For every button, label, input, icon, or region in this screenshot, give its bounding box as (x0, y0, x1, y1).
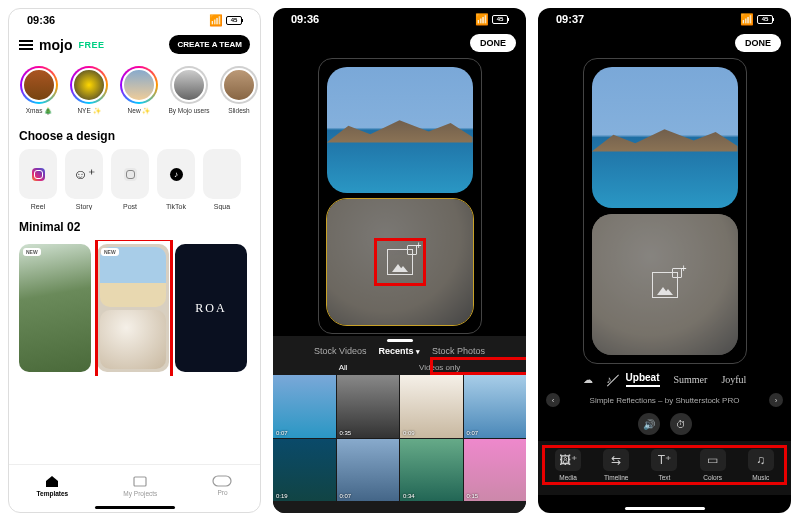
template-3[interactable]: ROA (175, 244, 247, 372)
bottom-tabbar: Templates My Projects Pro (9, 464, 260, 512)
template-1[interactable]: NEW (19, 244, 91, 372)
done-button[interactable]: DONE (735, 34, 781, 52)
timeline-icon: ⇆ (603, 449, 629, 471)
create-team-button[interactable]: CREATE A TEAM (169, 35, 250, 54)
tool-media[interactable]: 🖼⁺Media (555, 449, 581, 481)
edit-canvas: + (318, 58, 482, 334)
tab-stock-photos[interactable]: Stock Photos (432, 346, 485, 356)
story-rail: Xmas 🎄 NYE ✨ New ✨ By Mojo users Slidesh (9, 62, 260, 119)
new-badge: NEW (101, 248, 119, 256)
status-bar: 09:36 📶 45 (273, 8, 526, 30)
volume-button[interactable]: 🔊 (638, 413, 660, 435)
done-button[interactable]: DONE (470, 34, 516, 52)
pro-icon (212, 475, 232, 487)
design-reel[interactable]: Reel (19, 149, 57, 210)
tab-pro[interactable]: Pro (212, 475, 232, 496)
section-heading: Minimal 02 (9, 210, 260, 240)
tiktok-icon: ♪ (170, 168, 183, 181)
design-story[interactable]: ☺︎⁺Story (65, 149, 103, 210)
media-cell[interactable]: 0:07 (337, 439, 400, 502)
canvas-slot-2[interactable]: + (592, 214, 738, 355)
media-cell[interactable]: 0:15 (464, 439, 527, 502)
battery-icon: 45 (492, 15, 508, 24)
media-cell[interactable]: 0:35 (337, 375, 400, 438)
design-tiktok[interactable]: ♪TikTok (157, 149, 195, 210)
home-indicator (95, 506, 175, 509)
canvas-slot-1[interactable] (592, 67, 738, 208)
music-icon: ♫ (748, 449, 774, 471)
home-indicator (625, 507, 705, 510)
status-bar: 09:37 📶 45 (538, 8, 791, 30)
seg-all[interactable]: All (339, 363, 348, 372)
story-new[interactable]: New ✨ (119, 66, 159, 115)
tab-projects[interactable]: My Projects (123, 474, 157, 497)
media-cell[interactable]: 0:07 (273, 375, 336, 438)
add-media-icon[interactable]: + (387, 249, 413, 275)
seg-videos-only[interactable]: Videos only (419, 363, 460, 372)
colors-icon: ▭ (700, 449, 726, 471)
story-slideshow[interactable]: Slidesh (219, 66, 259, 115)
new-badge: NEW (23, 248, 41, 256)
tab-recents[interactable]: Recents ▾ (378, 346, 420, 356)
prev-track-button[interactable]: ‹ (546, 393, 560, 407)
home-icon (44, 474, 60, 488)
screen-editor-tools: 09:37 📶 45 DONE + ☁ ♪ Upbeat Summer Joyf… (538, 8, 791, 513)
clock: 09:36 (27, 14, 55, 26)
track-title: Simple Reflections – by Shutterstock PRO (566, 396, 763, 405)
story-xmas[interactable]: Xmas 🎄 (19, 66, 59, 115)
template-2[interactable]: NEW (97, 244, 169, 372)
tab-stock-videos[interactable]: Stock Videos (314, 346, 366, 356)
battery-icon: 45 (757, 15, 773, 24)
free-badge: FREE (78, 40, 104, 50)
clock: 09:37 (556, 13, 584, 25)
template-rail: NEW NEW ROA (9, 240, 260, 376)
picker-source-tabs: Stock Videos Recents ▾ Stock Photos (273, 342, 526, 360)
projects-icon (132, 474, 148, 488)
media-cell[interactable]: 0:34 (400, 439, 463, 502)
design-post[interactable]: Post (111, 149, 149, 210)
text-icon: T⁺ (651, 449, 677, 471)
tool-colors[interactable]: ▭Colors (700, 449, 726, 481)
media-cell[interactable]: 0:19 (273, 439, 336, 502)
choose-design-heading: Choose a design (9, 119, 260, 149)
canvas-slot-2[interactable]: + (327, 199, 473, 325)
media-grid: 0:07 0:35 0:09 0:07 0:19 0:07 0:34 0:15 (273, 375, 526, 501)
instagram-icon (32, 168, 45, 181)
svg-rect-0 (134, 477, 146, 486)
edit-canvas: + (583, 58, 747, 364)
music-off-icon[interactable]: ♪ (607, 374, 612, 385)
editor-toolbar: 🖼⁺Media ⇆Timeline T⁺Text ▭Colors ♫Music (538, 441, 791, 495)
signal-icon: 📶 (209, 14, 223, 27)
screen-media-picker: 09:36 📶 45 DONE + Stock Videos Recents ▾… (273, 8, 526, 513)
status-bar: 09:36 📶 45 (9, 9, 260, 31)
cloud-download-icon[interactable]: ☁ (583, 374, 593, 385)
picker-filter-seg: All Videos only (273, 360, 526, 375)
tool-text[interactable]: T⁺Text (651, 449, 677, 481)
media-cell[interactable]: 0:07 (464, 375, 527, 438)
tool-music[interactable]: ♫Music (748, 449, 774, 481)
mood-summer[interactable]: Summer (674, 374, 708, 385)
track-row: ‹ Simple Reflections – by Shutterstock P… (538, 389, 791, 411)
music-mood-tabs: ☁ ♪ Upbeat Summer Joyful (538, 366, 791, 389)
add-media-icon[interactable]: + (652, 272, 678, 298)
tool-timeline[interactable]: ⇆Timeline (603, 449, 629, 481)
mood-joyful[interactable]: Joyful (721, 374, 746, 385)
mood-upbeat[interactable]: Upbeat (626, 372, 660, 387)
brand-logo: mojo (39, 37, 72, 53)
story-nye[interactable]: NYE ✨ (69, 66, 109, 115)
media-cell[interactable]: 0:09 (400, 375, 463, 438)
chevron-down-icon: ▾ (416, 348, 420, 355)
next-track-button[interactable]: › (769, 393, 783, 407)
tab-templates[interactable]: Templates (37, 474, 69, 497)
screen-templates: 09:36 📶 45 mojo FREE CREATE A TEAM Xmas … (8, 8, 261, 513)
signal-icon: 📶 (475, 13, 489, 26)
design-rail: Reel ☺︎⁺Story Post ♪TikTok Squa (9, 149, 260, 210)
battery-icon: 45 (226, 16, 242, 25)
menu-icon[interactable] (19, 40, 33, 50)
story-byusers[interactable]: By Mojo users (169, 66, 209, 115)
timer-button[interactable]: ⏱ (670, 413, 692, 435)
canvas-slot-1[interactable] (327, 67, 473, 193)
clock: 09:36 (291, 13, 319, 25)
design-square[interactable]: Squa (203, 149, 241, 210)
audio-controls: 🔊 ⏱ (538, 411, 791, 441)
